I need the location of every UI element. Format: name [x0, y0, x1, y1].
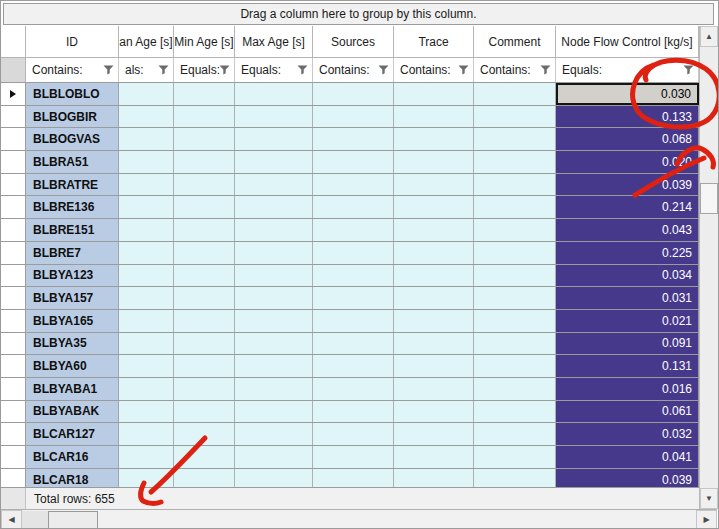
cell-empty[interactable] — [474, 242, 556, 264]
cell-empty[interactable] — [235, 355, 313, 377]
cell-id[interactable]: BLBYABAK — [26, 401, 119, 423]
cell-empty[interactable] — [394, 310, 474, 332]
cell-empty[interactable] — [394, 355, 474, 377]
cell-empty[interactable] — [174, 378, 235, 400]
filter-funnel-icon[interactable] — [103, 65, 114, 75]
row-indicator-cell[interactable] — [1, 423, 26, 445]
cell-flow-value[interactable]: 0.021 — [556, 310, 699, 332]
cell-empty[interactable] — [394, 401, 474, 423]
row-indicator-cell[interactable] — [1, 310, 26, 332]
cell-empty[interactable] — [119, 219, 174, 241]
cell-flow-value[interactable]: 0.016 — [556, 378, 699, 400]
cell-flow-value[interactable]: 0.032 — [556, 423, 699, 445]
cell-empty[interactable] — [313, 128, 394, 150]
cell-flow-value[interactable]: 0.039 — [556, 469, 699, 487]
horizontal-scrollbar-track-segment[interactable] — [22, 511, 48, 529]
group-by-panel[interactable]: Drag a column here to group by this colu… — [3, 3, 714, 25]
cell-empty[interactable] — [474, 355, 556, 377]
cell-empty[interactable] — [474, 287, 556, 309]
column-header-an-age-s[interactable]: an Age [s] — [119, 26, 174, 57]
filter-cell-min-age-s[interactable]: Equals: — [174, 58, 235, 82]
filter-funnel-icon[interactable] — [378, 65, 389, 75]
row-indicator-cell[interactable] — [1, 265, 26, 287]
row-indicator-cell[interactable] — [1, 219, 26, 241]
cell-empty[interactable] — [313, 310, 394, 332]
cell-empty[interactable] — [174, 355, 235, 377]
cell-empty[interactable] — [474, 469, 556, 487]
cell-flow-value[interactable]: 0.133 — [556, 106, 699, 128]
cell-empty[interactable] — [394, 151, 474, 173]
cell-id[interactable]: BLBRE7 — [26, 242, 119, 264]
cell-empty[interactable] — [313, 355, 394, 377]
cell-empty[interactable] — [474, 378, 556, 400]
cell-empty[interactable] — [313, 83, 394, 105]
cell-id[interactable]: BLCAR18 — [26, 469, 119, 487]
cell-id[interactable]: BLBRA51 — [26, 151, 119, 173]
cell-id[interactable]: BLBYABA1 — [26, 378, 119, 400]
cell-empty[interactable] — [119, 423, 174, 445]
cell-empty[interactable] — [474, 196, 556, 218]
cell-empty[interactable] — [119, 106, 174, 128]
cell-empty[interactable] — [119, 310, 174, 332]
cell-empty[interactable] — [313, 151, 394, 173]
cell-empty[interactable] — [313, 401, 394, 423]
cell-empty[interactable] — [394, 83, 474, 105]
cell-flow-value[interactable]: 0.031 — [556, 287, 699, 309]
cell-empty[interactable] — [235, 378, 313, 400]
column-header-id[interactable]: ID — [26, 26, 119, 57]
cell-empty[interactable] — [119, 83, 174, 105]
cell-empty[interactable] — [174, 106, 235, 128]
cell-empty[interactable] — [119, 128, 174, 150]
cell-empty[interactable] — [313, 106, 394, 128]
cell-id[interactable]: BLBYA123 — [26, 265, 119, 287]
cell-empty[interactable] — [474, 423, 556, 445]
cell-empty[interactable] — [235, 446, 313, 468]
cell-flow-value[interactable]: 0.214 — [556, 196, 699, 218]
filter-funnel-icon[interactable] — [458, 65, 469, 75]
cell-empty[interactable] — [119, 355, 174, 377]
cell-empty[interactable] — [235, 219, 313, 241]
cell-empty[interactable] — [119, 287, 174, 309]
cell-empty[interactable] — [394, 333, 474, 355]
cell-empty[interactable] — [313, 469, 394, 487]
row-indicator-cell[interactable] — [1, 469, 26, 487]
scroll-up-button[interactable]: ▲ — [700, 26, 718, 47]
row-indicator-cell[interactable] — [1, 355, 26, 377]
cell-empty[interactable] — [394, 219, 474, 241]
cell-empty[interactable] — [174, 196, 235, 218]
cell-flow-value[interactable]: 0.039 — [556, 174, 699, 196]
cell-empty[interactable] — [235, 151, 313, 173]
cell-flow-value[interactable]: 0.091 — [556, 333, 699, 355]
cell-flow-value[interactable]: 0.068 — [556, 128, 699, 150]
cell-empty[interactable] — [394, 287, 474, 309]
cell-empty[interactable] — [474, 174, 556, 196]
cell-id[interactable]: BLBRE136 — [26, 196, 119, 218]
column-header-min-age-s[interactable]: Min Age [s] — [174, 26, 235, 57]
filter-cell-trace[interactable]: Contains: — [394, 58, 474, 82]
cell-empty[interactable] — [235, 128, 313, 150]
cell-empty[interactable] — [394, 128, 474, 150]
cell-empty[interactable] — [174, 219, 235, 241]
cell-empty[interactable] — [235, 401, 313, 423]
cell-empty[interactable] — [235, 287, 313, 309]
horizontal-scrollbar[interactable]: ◀ ▶ — [1, 509, 717, 529]
cell-empty[interactable] — [394, 196, 474, 218]
cell-empty[interactable] — [235, 310, 313, 332]
filter-funnel-icon[interactable] — [297, 65, 308, 75]
cell-id[interactable]: BLBOGVAS — [26, 128, 119, 150]
filter-cell-max-age-s[interactable]: Equals: — [235, 58, 313, 82]
cell-empty[interactable] — [174, 242, 235, 264]
cell-empty[interactable] — [474, 106, 556, 128]
cell-empty[interactable] — [313, 242, 394, 264]
scroll-down-button[interactable]: ▼ — [700, 488, 718, 509]
cell-empty[interactable] — [235, 242, 313, 264]
row-indicator-cell[interactable] — [1, 106, 26, 128]
cell-empty[interactable] — [119, 196, 174, 218]
cell-empty[interactable] — [235, 333, 313, 355]
cell-empty[interactable] — [119, 446, 174, 468]
cell-empty[interactable] — [474, 83, 556, 105]
cell-flow-value[interactable]: 0.034 — [556, 265, 699, 287]
cell-flow-value[interactable]: 0.131 — [556, 355, 699, 377]
cell-empty[interactable] — [235, 469, 313, 487]
cell-empty[interactable] — [235, 174, 313, 196]
